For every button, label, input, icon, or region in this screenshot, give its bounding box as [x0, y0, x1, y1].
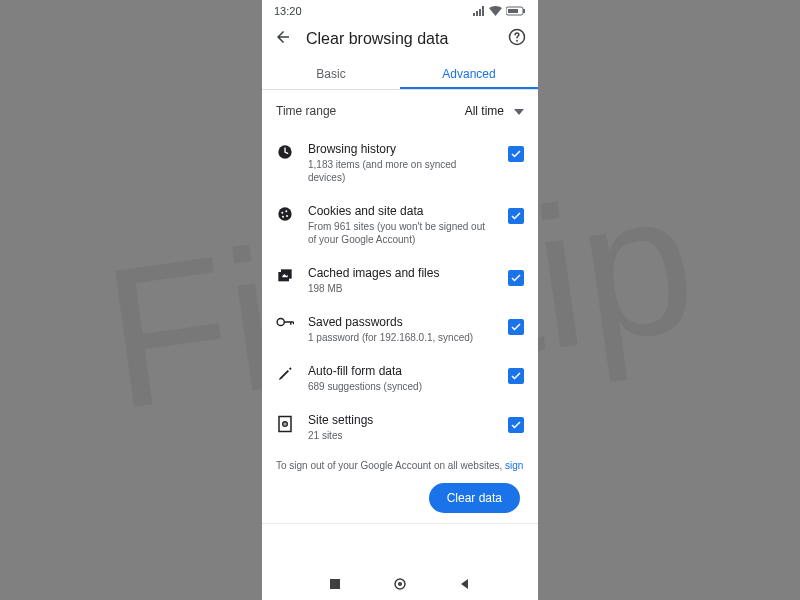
footer-note: To sign out of your Google Account on al… — [274, 452, 526, 473]
option-title: Saved passwords — [308, 315, 494, 329]
option-autofill[interactable]: Auto-fill form data 689 suggestions (syn… — [274, 354, 526, 403]
svg-rect-2 — [508, 9, 518, 13]
time-range-select[interactable]: All time — [465, 104, 524, 118]
svg-point-9 — [282, 216, 284, 218]
page-title: Clear browsing data — [306, 30, 494, 48]
image-icon — [276, 266, 294, 284]
tab-basic[interactable]: Basic — [262, 59, 400, 89]
time-range-label: Time range — [276, 104, 336, 118]
option-title: Site settings — [308, 413, 494, 427]
tab-advanced[interactable]: Advanced — [400, 59, 538, 89]
svg-point-12 — [277, 318, 284, 325]
svg-rect-16 — [330, 579, 340, 589]
battery-icon — [506, 6, 526, 16]
cookie-icon — [276, 204, 294, 222]
content-area: Time range All time Browsing history 1,1… — [262, 90, 538, 570]
svg-point-7 — [285, 210, 287, 212]
option-site-settings[interactable]: Site settings 21 sites — [274, 403, 526, 452]
checkbox[interactable] — [508, 417, 524, 433]
home-icon[interactable] — [394, 578, 406, 593]
divider — [262, 523, 538, 524]
option-title: Cached images and files — [308, 266, 494, 280]
status-icons — [473, 6, 526, 16]
svg-point-4 — [516, 40, 518, 42]
status-bar: 13:20 — [262, 0, 538, 22]
action-row: Clear data — [274, 473, 526, 517]
help-icon[interactable] — [508, 28, 526, 49]
back-icon[interactable] — [274, 28, 292, 49]
back-nav-icon[interactable] — [459, 578, 471, 593]
svg-point-6 — [281, 212, 283, 214]
page-header: Clear browsing data — [262, 22, 538, 59]
key-icon — [276, 315, 294, 327]
option-subtitle: 1 password (for 192.168.0.1, synced) — [308, 331, 494, 344]
option-cookies[interactable]: Cookies and site data From 961 sites (yo… — [274, 194, 526, 256]
time-range-value: All time — [465, 104, 504, 118]
pencil-icon — [276, 364, 294, 382]
option-subtitle: 689 suggestions (synced) — [308, 380, 494, 393]
svg-rect-1 — [523, 9, 525, 13]
footer-note-text: To sign out of your Google Account on al… — [276, 460, 505, 471]
status-time: 13:20 — [274, 5, 302, 17]
option-title: Cookies and site data — [308, 204, 494, 218]
recent-apps-icon[interactable] — [329, 578, 341, 593]
option-browsing-history[interactable]: Browsing history 1,183 items (and more o… — [274, 132, 526, 194]
option-subtitle: 1,183 items (and more on synced devices) — [308, 158, 494, 184]
option-title: Browsing history — [308, 142, 494, 156]
option-passwords[interactable]: Saved passwords 1 password (for 192.168.… — [274, 305, 526, 354]
checkbox[interactable] — [508, 208, 524, 224]
clear-data-button[interactable]: Clear data — [429, 483, 520, 513]
option-subtitle: From 961 sites (you won't be signed out … — [308, 220, 494, 246]
android-nav-bar — [262, 570, 538, 600]
checkbox[interactable] — [508, 270, 524, 286]
signal-icon — [473, 6, 485, 16]
tabs: Basic Advanced — [262, 59, 538, 90]
checkbox[interactable] — [508, 146, 524, 162]
option-title: Auto-fill form data — [308, 364, 494, 378]
phone-frame: 13:20 Clear browsing data Basic Advanced… — [262, 0, 538, 600]
chevron-down-icon — [514, 104, 524, 118]
sign-out-link[interactable]: sign — [505, 460, 523, 471]
checkbox[interactable] — [508, 319, 524, 335]
option-subtitle: 198 MB — [308, 282, 494, 295]
svg-point-18 — [398, 582, 402, 586]
clock-icon — [276, 142, 294, 160]
settings-page-icon — [276, 413, 294, 433]
time-range-row: Time range All time — [274, 90, 526, 132]
svg-point-8 — [286, 215, 288, 217]
checkbox[interactable] — [508, 368, 524, 384]
option-subtitle: 21 sites — [308, 429, 494, 442]
svg-point-15 — [284, 423, 286, 425]
wifi-icon — [489, 6, 502, 16]
option-cached[interactable]: Cached images and files 198 MB — [274, 256, 526, 305]
